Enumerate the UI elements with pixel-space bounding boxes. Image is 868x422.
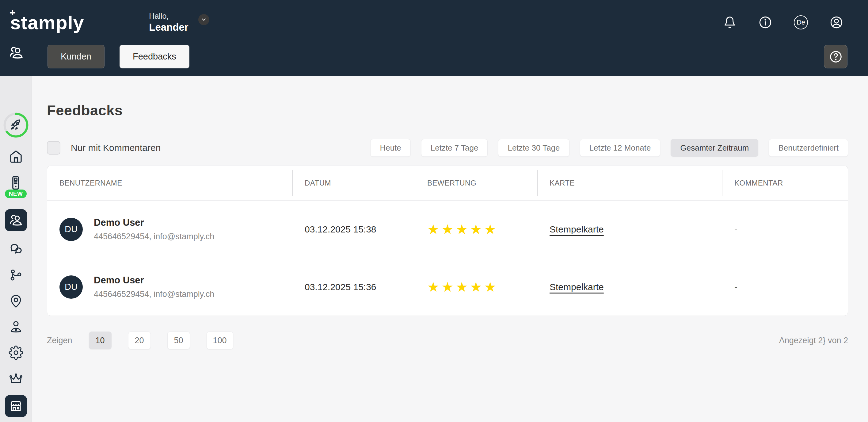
- feedbacks-table: BENUTZERNAME DATUM BEWERTUNG KARTE KOMME…: [47, 165, 848, 316]
- info-button[interactable]: [758, 15, 772, 29]
- logo-text: stamply: [10, 12, 84, 33]
- header-row-primary: + stamply Hallo, Leander De: [0, 0, 868, 45]
- store-icon: [8, 399, 23, 414]
- page-size-label: Zeigen: [47, 336, 72, 345]
- page-body: NEW Feedbacks Nur mit Kommentaren Heute …: [0, 76, 868, 422]
- chevron-down-icon: [201, 17, 207, 23]
- tab-kunden[interactable]: Kunden: [48, 45, 104, 68]
- table-row[interactable]: DU Demo User 445646529454, info@stamply.…: [47, 258, 848, 315]
- user-contact: 445646529454, info@stamply.ch: [94, 290, 214, 299]
- kiosk-device-icon: [8, 175, 24, 191]
- rating-cell: ★★★★★: [415, 223, 537, 236]
- main-content: Feedbacks Nur mit Kommentaren Heute Letz…: [32, 76, 868, 422]
- filter-letzte-12-monate[interactable]: Letzte 12 Monate: [580, 139, 660, 157]
- page-size-20[interactable]: 20: [128, 332, 151, 349]
- account-dropdown-button[interactable]: [198, 14, 209, 25]
- new-badge: NEW: [5, 189, 27, 198]
- user-greeting: Hallo, Leander: [149, 11, 188, 34]
- question-circle-icon: [829, 49, 843, 64]
- stempelkarte-link[interactable]: Stempelkarte: [550, 224, 604, 234]
- page-title: Feedbacks: [47, 102, 848, 119]
- header-icon-group: De: [723, 15, 843, 29]
- comment-cell: -: [722, 224, 848, 235]
- logo-plus-mark: +: [9, 7, 16, 19]
- stamply-logo[interactable]: + stamply: [10, 12, 84, 33]
- filter-benutzerdefiniert[interactable]: Benutzerdefiniert: [769, 139, 848, 157]
- user-circle-icon: [829, 15, 843, 29]
- column-header-bewertung: BEWERTUNG: [415, 166, 537, 200]
- sidebar-item-staff[interactable]: [8, 320, 23, 334]
- sidebar-item-kiosk[interactable]: NEW: [5, 175, 27, 198]
- user-meta: Demo User 445646529454, info@stamply.ch: [94, 275, 214, 299]
- date-cell: 03.12.2025 15:36: [292, 282, 415, 292]
- user-meta: Demo User 445646529454, info@stamply.ch: [94, 217, 214, 241]
- page-size-50[interactable]: 50: [167, 332, 190, 349]
- star-rating: ★★★★★: [427, 222, 498, 237]
- greeting-hello: Hallo,: [149, 11, 188, 21]
- user-cell: DU Demo User 445646529454, info@stamply.…: [47, 275, 292, 299]
- filter-letzte-7-tage[interactable]: Letzte 7 Tage: [421, 139, 488, 157]
- column-header-datum: DATUM: [292, 166, 415, 200]
- header-sidebar-slot: [0, 45, 32, 61]
- sidebar-item-onboarding[interactable]: [3, 112, 29, 138]
- column-header-benutzername: BENUTZERNAME: [47, 166, 292, 200]
- user-cell: DU Demo User 445646529454, info@stamply.…: [47, 217, 292, 241]
- sidebar-item-integrations[interactable]: [8, 268, 23, 283]
- avatar: DU: [59, 218, 83, 241]
- account-button[interactable]: [829, 15, 843, 29]
- table-header-row: BENUTZERNAME DATUM BEWERTUNG KARTE KOMME…: [47, 166, 848, 200]
- sidebar-nav: NEW: [0, 76, 32, 422]
- bell-icon: [723, 16, 736, 29]
- customers-icon[interactable]: [8, 45, 24, 61]
- comments-only-label: Nur mit Kommentaren: [71, 143, 161, 153]
- user-name: Demo User: [94, 217, 214, 228]
- user-contact: 445646529454, info@stamply.ch: [94, 232, 214, 241]
- filter-heute[interactable]: Heute: [370, 139, 410, 157]
- language-label: De: [797, 19, 805, 26]
- comments-only-checkbox[interactable]: [47, 141, 60, 155]
- card-cell: Stempelkarte: [537, 224, 722, 235]
- column-header-kommentar: KOMMENTAR: [722, 166, 848, 200]
- date-range-filters: Heute Letzte 7 Tage Letzte 30 Tage Letzt…: [370, 139, 848, 157]
- notifications-button[interactable]: [723, 15, 737, 29]
- table-row[interactable]: DU Demo User 445646529454, info@stamply.…: [47, 200, 848, 258]
- filter-gesamter-zeitraum[interactable]: Gesamter Zeitraum: [671, 139, 758, 157]
- rocket-icon: [8, 118, 23, 132]
- sidebar-item-store[interactable]: [5, 395, 27, 417]
- results-summary: Angezeigt 2} von 2: [779, 336, 848, 345]
- language-switcher[interactable]: De: [794, 15, 808, 29]
- avatar: DU: [59, 275, 83, 299]
- top-header: + stamply Hallo, Leander De: [0, 0, 868, 76]
- user-name: Demo User: [94, 275, 214, 286]
- comment-cell: -: [722, 282, 848, 292]
- filter-controls: Nur mit Kommentaren Heute Letzte 7 Tage …: [47, 139, 848, 157]
- sidebar-item-messages[interactable]: [8, 242, 23, 257]
- sidebar-item-premium[interactable]: [8, 371, 23, 386]
- sidebar-item-locations[interactable]: [8, 294, 23, 308]
- column-header-karte: KARTE: [537, 166, 722, 200]
- sidebar-item-customers-active[interactable]: [5, 209, 27, 231]
- help-button[interactable]: [824, 45, 847, 68]
- card-cell: Stempelkarte: [537, 282, 722, 292]
- page-size-10[interactable]: 10: [89, 332, 112, 349]
- star-rating: ★★★★★: [427, 279, 498, 294]
- date-cell: 03.12.2025 15:38: [292, 224, 415, 235]
- greeting-name: Leander: [149, 21, 188, 33]
- tab-feedbacks[interactable]: Feedbacks: [120, 45, 189, 68]
- users-icon: [8, 213, 23, 228]
- sidebar-item-home[interactable]: [8, 149, 23, 164]
- info-icon: [758, 15, 772, 29]
- page-size-100[interactable]: 100: [207, 332, 233, 349]
- filter-letzte-30-tage[interactable]: Letzte 30 Tage: [498, 139, 569, 157]
- rating-cell: ★★★★★: [415, 280, 537, 294]
- pagination-bar: Zeigen 10 20 50 100 Angezeigt 2} von 2: [47, 332, 848, 349]
- header-row-tabs: Kunden Feedbacks: [0, 45, 868, 76]
- stempelkarte-link[interactable]: Stempelkarte: [550, 282, 604, 292]
- sidebar-item-settings[interactable]: [8, 345, 23, 360]
